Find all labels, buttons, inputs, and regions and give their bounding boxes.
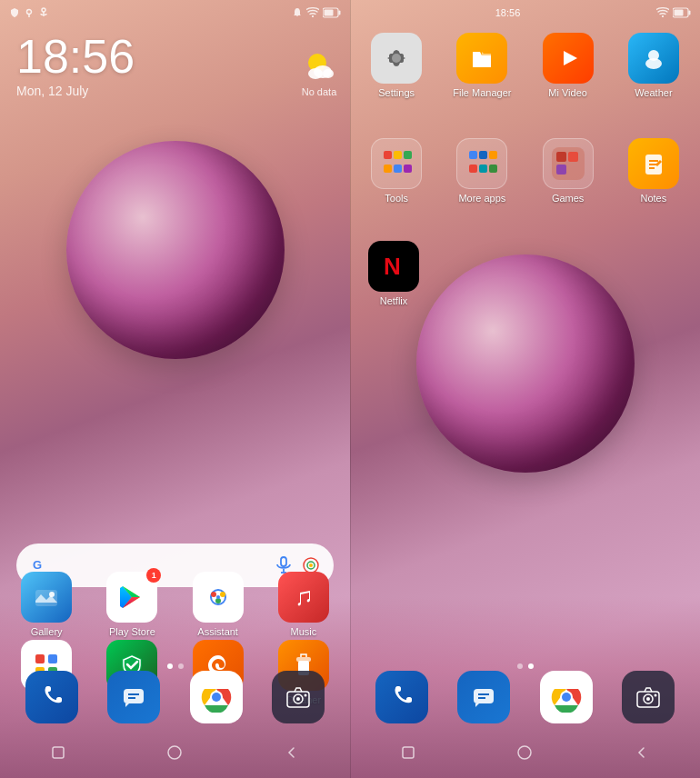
weather-sun-cloud-icon xyxy=(301,50,337,83)
app-weather[interactable]: Weather xyxy=(615,33,693,98)
right-dock-phone[interactable] xyxy=(375,671,428,723)
right-dock-messages[interactable] xyxy=(457,671,510,723)
netflix-icon: N xyxy=(368,241,419,292)
gallery-icon xyxy=(21,572,72,623)
svg-point-20 xyxy=(211,592,216,597)
svg-point-9 xyxy=(323,69,334,78)
shield-icon xyxy=(9,7,20,18)
right-nav-circle[interactable] xyxy=(514,742,535,763)
svg-point-1 xyxy=(42,8,45,12)
app-gallery[interactable]: Gallery xyxy=(7,572,85,637)
svg-point-63 xyxy=(518,746,531,759)
app-mivideo[interactable]: Mi Video xyxy=(529,33,607,98)
app-notes[interactable]: Notes xyxy=(615,138,693,204)
svg-point-42 xyxy=(662,15,664,17)
svg-rect-40 xyxy=(53,747,64,758)
svg-marker-47 xyxy=(564,51,577,65)
svg-point-39 xyxy=(304,694,306,697)
location-icon xyxy=(24,7,35,18)
music-label: Music xyxy=(291,626,317,637)
weather-app-icon xyxy=(628,33,679,84)
gallery-label: Gallery xyxy=(31,626,63,637)
left-phone-screen: 18:56 Mon, 12 July No data G xyxy=(0,0,350,778)
left-status-bar xyxy=(0,0,350,25)
moreapps-icon xyxy=(456,138,507,189)
svg-point-57 xyxy=(562,693,571,702)
app-tools[interactable]: Tools xyxy=(357,138,435,204)
right-sphere xyxy=(416,254,635,473)
svg-point-60 xyxy=(646,697,650,701)
svg-point-8 xyxy=(308,68,323,79)
svg-point-2 xyxy=(312,15,314,17)
assistant-label: Assistant xyxy=(197,626,238,637)
app-music[interactable]: Music xyxy=(265,572,343,637)
right-app-row-2: Tools More apps xyxy=(357,138,693,204)
dot-2 xyxy=(178,663,184,669)
right-status-center: 18:56 xyxy=(495,7,521,18)
battery-icon xyxy=(323,7,341,18)
nav-circle[interactable] xyxy=(164,742,185,763)
mivideo-label: Mi Video xyxy=(548,87,587,98)
right-status-bar: 18:56 xyxy=(350,0,700,25)
right-wifi-icon xyxy=(656,7,669,18)
right-nav-back[interactable] xyxy=(631,742,653,763)
right-app-row-3: N Netflix xyxy=(357,241,430,306)
right-phone-screen: 18:56 Set xyxy=(350,0,700,778)
app-assistant[interactable]: Assistant xyxy=(179,572,257,637)
right-nav-bar xyxy=(350,734,700,771)
right-dot-2 xyxy=(528,663,534,669)
clock-area: 18:56 Mon, 12 July xyxy=(16,33,135,98)
app-filemanager[interactable]: File Manager xyxy=(443,33,521,98)
svg-point-38 xyxy=(296,697,300,701)
dock-phone[interactable] xyxy=(25,671,78,723)
app-row-1: Gallery 1 xyxy=(7,572,343,637)
svg-rect-4 xyxy=(339,11,341,15)
svg-point-35 xyxy=(212,693,221,702)
right-status-right xyxy=(656,7,691,18)
filemanager-icon xyxy=(456,33,507,84)
svg-rect-11 xyxy=(281,557,286,566)
playstore-icon: 1 xyxy=(106,572,157,623)
right-battery-icon xyxy=(673,7,691,18)
right-status-time: 18:56 xyxy=(495,7,521,18)
dock-chrome[interactable] xyxy=(190,671,243,723)
right-dock-chrome[interactable] xyxy=(540,671,593,723)
right-dot-1 xyxy=(517,663,523,669)
dock-camera[interactable] xyxy=(272,671,325,723)
svg-rect-45 xyxy=(675,10,684,16)
page-dots-right xyxy=(350,663,700,669)
weather-label: Weather xyxy=(635,87,672,98)
weather-widget: No data xyxy=(301,50,337,97)
assistant-icon xyxy=(193,572,244,623)
svg-rect-44 xyxy=(689,11,691,15)
tools-icon xyxy=(371,138,422,189)
svg-point-23 xyxy=(216,595,220,599)
left-status-left xyxy=(9,7,49,18)
nav-square[interactable] xyxy=(47,742,69,763)
app-moreapps[interactable]: More apps xyxy=(443,138,521,204)
clock-date: Mon, 12 July xyxy=(16,84,135,98)
right-app-row-1: Settings File Manager M xyxy=(357,33,693,98)
right-dock-camera[interactable] xyxy=(622,671,675,723)
svg-rect-29 xyxy=(296,657,311,662)
svg-text:N: N xyxy=(384,253,401,280)
mivideo-icon xyxy=(543,33,594,84)
app-games[interactable]: Games xyxy=(529,138,607,204)
app-playstore[interactable]: 1 xyxy=(93,572,171,637)
right-nav-square[interactable] xyxy=(397,742,419,763)
moreapps-label: More apps xyxy=(458,193,505,204)
dock-messages[interactable] xyxy=(107,671,160,723)
weather-text: No data xyxy=(302,86,337,97)
settings-icon xyxy=(371,33,422,84)
games-label: Games xyxy=(552,193,584,204)
nav-back[interactable] xyxy=(281,742,303,763)
svg-point-16 xyxy=(309,564,313,567)
netflix-label: Netflix xyxy=(380,295,408,306)
right-dock xyxy=(361,671,689,723)
app-settings[interactable]: Settings xyxy=(357,33,435,98)
svg-text:G: G xyxy=(33,558,42,572)
notes-label: Notes xyxy=(641,193,667,204)
svg-rect-30 xyxy=(124,689,144,703)
app-netflix[interactable]: N Netflix xyxy=(357,241,430,306)
dot-1 xyxy=(167,663,173,669)
